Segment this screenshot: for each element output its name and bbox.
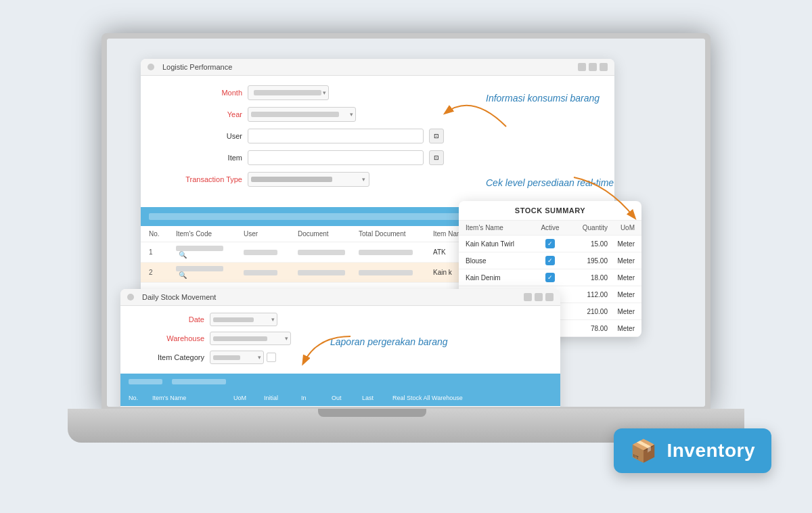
stock-col-name: Item's Name bbox=[466, 224, 533, 231]
check-icon: ✓ bbox=[545, 273, 555, 282]
stock-row: Blouse ✓ 195.00 Meter bbox=[459, 252, 641, 269]
month-label: Month bbox=[154, 89, 242, 97]
category-checkbox[interactable] bbox=[267, 353, 276, 362]
stock-table-header: Item's Name Active Quantity UoM bbox=[459, 221, 641, 236]
date-label: Date bbox=[130, 315, 204, 324]
warehouse-select-wrapper[interactable] bbox=[210, 332, 291, 345]
row2-doc bbox=[298, 270, 359, 275]
stock-row: Kain Denim ✓ 18.00 Meter bbox=[459, 269, 641, 286]
transaction-select-wrapper[interactable] bbox=[248, 172, 369, 187]
daily-ctrl-2[interactable] bbox=[535, 293, 543, 301]
d-col-last: Last bbox=[362, 395, 386, 401]
stock-qty: 18.00 bbox=[567, 274, 608, 282]
row2-user bbox=[244, 270, 298, 275]
stock-active: ✓ bbox=[533, 256, 567, 265]
check-icon: ✓ bbox=[545, 239, 555, 248]
daily-col-headers: No. Item's Name UoM Initial In Out Last … bbox=[120, 390, 560, 406]
col-totaldoc: Total Document bbox=[359, 230, 433, 238]
d-col-in: In bbox=[301, 395, 325, 401]
inventory-badge: 📦 Inventory bbox=[614, 428, 771, 473]
stock-active: ✓ bbox=[533, 273, 567, 282]
row1-totaldoc-bar bbox=[359, 250, 413, 255]
user-btn[interactable]: ⊡ bbox=[429, 129, 444, 143]
daily-search-inner2 bbox=[172, 379, 226, 384]
table-header-inner bbox=[149, 213, 480, 220]
item-label: Item bbox=[154, 154, 242, 162]
laptop-frame: Logistic Performance Month bbox=[34, 20, 778, 493]
row1-totaldoc bbox=[359, 250, 433, 255]
d-col-real: Real Stock All Warehouse bbox=[392, 395, 552, 401]
stock-uom: Meter bbox=[608, 240, 635, 248]
stock-qty: 15.00 bbox=[567, 240, 608, 248]
category-wrapper bbox=[210, 351, 276, 364]
user-row: User ⊡ bbox=[154, 129, 601, 143]
daily-ctrl-3[interactable] bbox=[545, 293, 554, 301]
row2-totaldoc-bar bbox=[359, 270, 413, 275]
daily-titlebar: Daily Stock Movement bbox=[120, 289, 560, 306]
d-col-out: Out bbox=[332, 395, 355, 401]
row2-user-bar bbox=[244, 270, 277, 275]
d-col-init: Initial bbox=[264, 395, 294, 401]
warehouse-bar bbox=[213, 336, 267, 341]
logistic-title: Logistic Performance bbox=[162, 63, 232, 71]
control-1[interactable] bbox=[578, 63, 586, 71]
screen-inner: Logistic Performance Month bbox=[107, 39, 705, 407]
col-user: User bbox=[244, 230, 298, 238]
category-row: Item Category bbox=[130, 351, 551, 364]
daily-close-dot bbox=[127, 294, 134, 300]
year-select-wrapper[interactable] bbox=[248, 107, 356, 122]
stock-uom: Meter bbox=[608, 325, 635, 332]
search-icon-2[interactable]: 🔍 bbox=[179, 271, 187, 279]
daily-controls bbox=[524, 293, 554, 301]
user-input[interactable] bbox=[248, 129, 424, 143]
date-row: Date bbox=[130, 313, 551, 326]
transaction-select[interactable] bbox=[248, 172, 369, 187]
stock-item-name: Kain Denim bbox=[466, 274, 533, 282]
category-select[interactable] bbox=[210, 351, 264, 364]
row1-user-bar bbox=[244, 250, 277, 255]
control-2[interactable] bbox=[589, 63, 597, 71]
laptop-notch bbox=[318, 409, 426, 417]
d-col-no: No. bbox=[129, 395, 145, 401]
stock-col-qty: Quantity bbox=[567, 224, 608, 231]
row2-no: 2 bbox=[149, 269, 176, 276]
row1-code: 🔍 bbox=[176, 246, 244, 259]
row2-doc-bar bbox=[298, 270, 345, 275]
logistic-titlebar: Logistic Performance bbox=[141, 59, 614, 76]
date-select[interactable] bbox=[210, 313, 277, 326]
close-dot bbox=[148, 64, 154, 70]
col-code: Item's Code bbox=[176, 230, 244, 238]
stock-uom: Meter bbox=[608, 257, 635, 265]
item-btn[interactable]: ⊡ bbox=[429, 150, 444, 165]
check-icon: ✓ bbox=[545, 256, 555, 265]
stock-uom: Meter bbox=[608, 308, 635, 315]
row1-code-bar bbox=[176, 246, 223, 251]
month-select-wrapper[interactable] bbox=[248, 85, 329, 100]
row1-doc bbox=[298, 250, 359, 255]
month-row: Month bbox=[154, 85, 601, 100]
logistic-content: Month Year bbox=[141, 76, 614, 203]
control-3[interactable] bbox=[600, 63, 608, 71]
row1-user bbox=[244, 250, 298, 255]
inventory-icon: 📦 bbox=[630, 438, 657, 464]
stock-item-name: Kain Katun Twirl bbox=[466, 240, 533, 248]
warehouse-select[interactable] bbox=[210, 332, 291, 345]
col-no: No. bbox=[149, 230, 176, 238]
col-doc: Document bbox=[298, 230, 359, 238]
daily-form: Date Warehouse bbox=[120, 306, 560, 374]
date-select-wrapper[interactable] bbox=[210, 313, 277, 326]
category-select-wrapper[interactable] bbox=[210, 351, 264, 364]
year-select[interactable] bbox=[248, 107, 356, 122]
row1-no: 1 bbox=[149, 248, 176, 256]
search-icon[interactable]: 🔍 bbox=[179, 251, 187, 259]
stock-uom: Meter bbox=[608, 291, 635, 298]
stock-active: ✓ bbox=[533, 239, 567, 248]
row2-code: 🔍 bbox=[176, 266, 244, 279]
year-label: Year bbox=[154, 110, 242, 118]
daily-ctrl-1[interactable] bbox=[524, 293, 532, 301]
category-label: Item Category bbox=[130, 353, 204, 361]
item-input[interactable] bbox=[248, 150, 424, 165]
warehouse-label: Warehouse bbox=[130, 334, 204, 342]
inventory-text: Inventory bbox=[667, 440, 755, 462]
month-select[interactable] bbox=[248, 85, 329, 100]
